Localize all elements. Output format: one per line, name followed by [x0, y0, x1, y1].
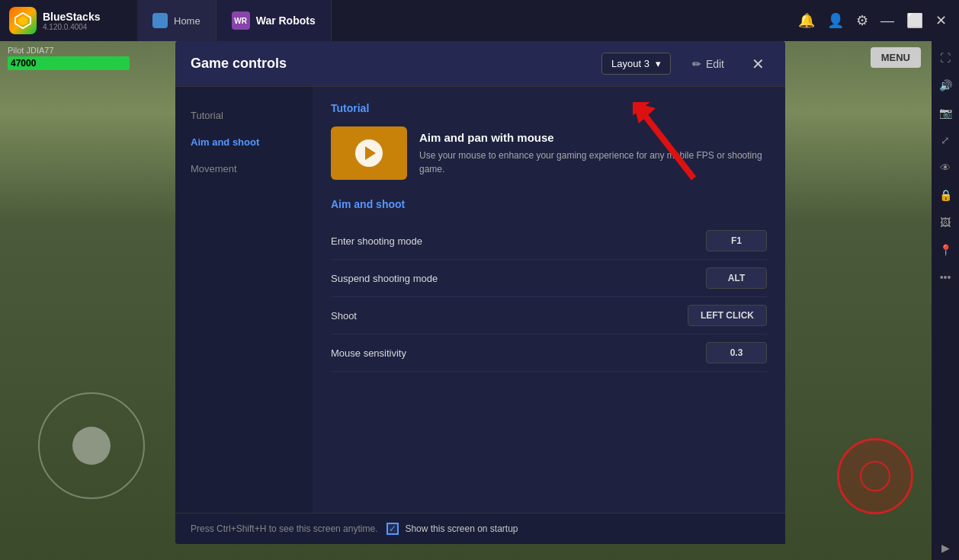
game-controls-dialog: Game controls Layout 3 ▾ ✏ Edit ✕ Tutori… — [175, 41, 785, 544]
tab-home-label: Home — [174, 15, 200, 27]
joystick-overlay[interactable] — [38, 392, 145, 499]
dialog-body: Tutorial Aim and shoot Movement — [175, 87, 785, 513]
dialog-header: Game controls Layout 3 ▾ ✏ Edit ✕ — [175, 41, 785, 87]
location-icon[interactable]: 📍 — [933, 238, 957, 262]
suspend-shooting-label: Suspend shooting mode — [331, 273, 706, 284]
mouse-sensitivity-label: Mouse sensitivity — [331, 347, 706, 359]
bluestacks-logo: BlueStacks 4.120.0.4004 — [0, 7, 137, 34]
video-title: Aim and pan with mouse — [419, 131, 767, 144]
war-robots-tab-icon: WR — [232, 11, 250, 30]
edit-label: Edit — [706, 58, 724, 70]
eye-icon[interactable]: 👁 — [933, 155, 957, 180]
game-score-area: Pilot JDIA77 47000 — [8, 46, 130, 70]
control-suspend-shooting: Suspend shooting mode ALT — [331, 260, 767, 297]
nav-movement-label: Movement — [191, 163, 237, 174]
notification-icon[interactable]: 🔔 — [798, 12, 815, 29]
edit-button[interactable]: ✏ Edit — [683, 53, 733, 75]
app-title: BlueStacks — [43, 11, 100, 23]
tab-war-robots[interactable]: WR War Robots — [216, 0, 332, 41]
dialog-title: Game controls — [191, 56, 589, 72]
fullscreen-icon[interactable]: ⛶ — [933, 46, 957, 70]
startup-checkbox-row: ✓ Show this screen on startup — [386, 523, 518, 535]
layout-dropdown[interactable]: Layout 3 ▾ — [601, 53, 671, 75]
video-thumbnail[interactable] — [331, 126, 407, 180]
enter-shooting-label: Enter shooting mode — [331, 235, 706, 247]
nav-tutorial-label: Tutorial — [191, 110, 223, 121]
restore-icon[interactable]: ⬜ — [906, 12, 923, 29]
settings-icon[interactable]: ⚙ — [856, 12, 868, 29]
footer-hint: Press Ctrl+Shift+H to see this screen an… — [191, 523, 377, 534]
volume-icon[interactable]: 🔊 — [933, 73, 957, 98]
nav-item-tutorial[interactable]: Tutorial — [175, 102, 313, 129]
close-window-icon[interactable]: ✕ — [935, 12, 947, 29]
control-enter-shooting: Enter shooting mode F1 — [331, 222, 767, 260]
suspend-shooting-key[interactable]: ALT — [706, 267, 767, 289]
lock-icon[interactable]: 🔒 — [933, 183, 957, 207]
home-tab-icon — [152, 13, 168, 28]
score-value: 47000 — [11, 58, 36, 69]
resize-icon[interactable]: ⤢ — [933, 128, 957, 152]
startup-checkbox[interactable]: ✓ — [386, 523, 399, 535]
minimize-icon[interactable]: — — [880, 13, 894, 29]
target-inner-ring — [860, 461, 890, 491]
arrow-right-icon[interactable]: ▶ — [933, 536, 957, 560]
shoot-key[interactable]: LEFT CLICK — [688, 305, 767, 326]
top-bar: BlueStacks 4.120.0.4004 Home WR War Robo… — [0, 0, 959, 41]
account-icon[interactable]: 👤 — [827, 12, 844, 29]
video-info: Aim and pan with mouse Use your mouse to… — [419, 126, 767, 180]
mouse-sensitivity-value[interactable]: 0.3 — [706, 342, 767, 363]
player-name: Pilot JDIA77 — [8, 46, 54, 55]
enter-shooting-key[interactable]: F1 — [706, 230, 767, 251]
dropdown-arrow-icon: ▾ — [656, 58, 661, 69]
camera-icon[interactable]: 📷 — [933, 101, 957, 125]
logo-icon — [9, 7, 37, 34]
nav-item-movement[interactable]: Movement — [175, 155, 313, 182]
svg-marker-1 — [18, 16, 27, 25]
nav-panel: Tutorial Aim and shoot Movement — [175, 87, 313, 513]
aim-section-heading: Aim and shoot — [331, 198, 767, 210]
tab-home[interactable]: Home — [137, 0, 216, 41]
score-bar: 47000 — [8, 56, 130, 70]
control-mouse-sensitivity: Mouse sensitivity 0.3 — [331, 334, 767, 372]
app-version: 4.120.0.4004 — [43, 23, 100, 31]
content-panel: Tutorial Aim and pan with mouse Use your… — [313, 87, 785, 513]
control-shoot: Shoot LEFT CLICK — [331, 297, 767, 334]
tutorial-heading: Tutorial — [331, 102, 767, 114]
play-triangle-icon — [365, 146, 376, 160]
tab-war-robots-label: War Robots — [256, 14, 316, 27]
nav-aim-shoot-label: Aim and shoot — [191, 136, 259, 148]
more-options-icon[interactable]: ••• — [933, 265, 957, 290]
close-dialog-button[interactable]: ✕ — [746, 52, 770, 76]
logo-text: BlueStacks 4.120.0.4004 — [43, 11, 100, 31]
layout-label: Layout 3 — [611, 58, 649, 69]
right-sidebar: ⛶ 🔊 📷 ⤢ 👁 🔒 🖼 📍 ••• ▶ — [932, 0, 959, 560]
play-button[interactable] — [355, 139, 383, 167]
video-description: Use your mouse to enhance your gaming ex… — [419, 149, 767, 176]
shoot-label: Shoot — [331, 310, 688, 322]
screenshot-icon[interactable]: 🖼 — [933, 210, 957, 235]
startup-checkbox-label: Show this screen on startup — [405, 523, 518, 534]
menu-button[interactable]: MENU — [871, 47, 921, 68]
target-reticle — [837, 438, 913, 514]
dialog-footer: Press Ctrl+Shift+H to see this screen an… — [175, 513, 785, 544]
top-bar-actions: 🔔 👤 ⚙ — ⬜ ✕ — [798, 12, 959, 29]
joystick-center — [72, 427, 111, 465]
nav-item-aim-shoot[interactable]: Aim and shoot — [175, 129, 313, 155]
pencil-icon: ✏ — [692, 58, 701, 70]
tutorial-video-row: Aim and pan with mouse Use your mouse to… — [331, 126, 767, 180]
